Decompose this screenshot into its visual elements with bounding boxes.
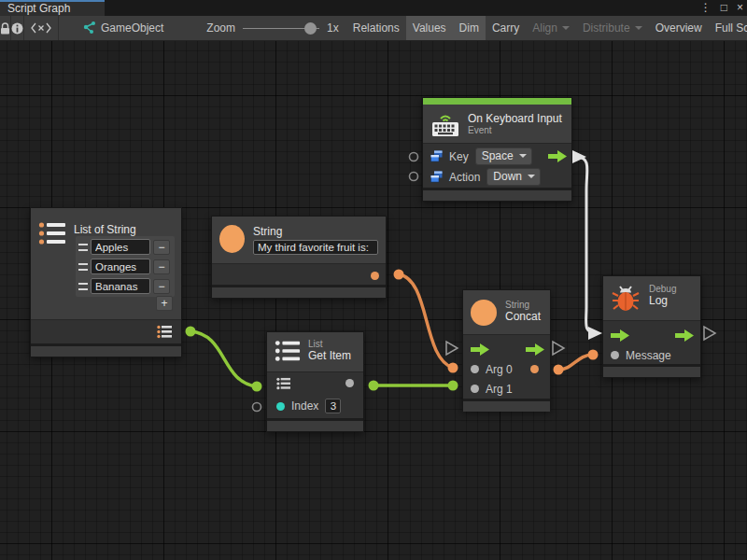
- key-value-icon: [430, 150, 443, 162]
- port-concat-flow-in[interactable]: [446, 342, 458, 355]
- port-flow-in-log[interactable]: [588, 327, 602, 340]
- zoom-slider[interactable]: [243, 22, 319, 35]
- port-list-output[interactable]: [186, 327, 196, 337]
- index-label: Index: [291, 399, 318, 413]
- node-list-of-string[interactable]: List of String − −: [30, 207, 182, 357]
- gameobject-label: GameObject: [101, 21, 163, 35]
- integer-type-dot[interactable]: [276, 402, 285, 411]
- port-keyboard-action-input[interactable]: [410, 173, 418, 181]
- info-icon: [11, 22, 23, 35]
- drag-handle-icon[interactable]: [78, 263, 88, 271]
- overview-label: Overview: [655, 21, 702, 35]
- flow-input-arrow-icon[interactable]: [611, 329, 629, 342]
- node-string-literal[interactable]: String: [211, 216, 387, 299]
- node-string-concat[interactable]: String Concat Arg 0: [462, 289, 551, 411]
- maximize-icon[interactable]: □: [721, 0, 727, 16]
- flow-row: [603, 326, 700, 345]
- flow-input-arrow-icon[interactable]: [471, 343, 489, 356]
- arg1-row: Arg 1: [463, 379, 550, 399]
- port-log-flow-out[interactable]: [704, 327, 715, 340]
- node-footer: [463, 401, 550, 412]
- port-concat-flow-out[interactable]: [553, 342, 564, 355]
- wire-string-to-concat[interactable]: [399, 274, 453, 368]
- port-concat-arg1-input[interactable]: [448, 381, 458, 391]
- remove-item-button[interactable]: −: [153, 259, 170, 274]
- port-keyboard-key-input[interactable]: [410, 153, 418, 161]
- value-input-dot[interactable]: [471, 365, 479, 373]
- node-title: Get Item: [308, 349, 351, 362]
- string-type-icon: [219, 225, 245, 253]
- distribute-button[interactable]: Distribute: [576, 16, 649, 40]
- menu-icon[interactable]: ⋮: [700, 0, 712, 16]
- node-footer: [31, 346, 181, 357]
- graph-canvas[interactable]: On Keyboard Input Event Key Space: [0, 41, 747, 560]
- result-output-dot[interactable]: [530, 365, 539, 373]
- chevron-down-icon: [519, 154, 527, 158]
- remove-item-button[interactable]: −: [153, 279, 170, 294]
- drag-handle-icon[interactable]: [78, 283, 88, 290]
- list-item-row: −: [78, 278, 172, 294]
- info-button[interactable]: [11, 16, 24, 40]
- wire-flow-keyboard-to-log[interactable]: [578, 157, 598, 333]
- port-getitem-list-input[interactable]: [252, 382, 262, 392]
- tab-script-graph[interactable]: Script Graph: [0, 0, 105, 16]
- flow-output-arrow-icon[interactable]: [526, 343, 544, 356]
- port-string-output[interactable]: [394, 270, 404, 280]
- list-output-icon[interactable]: [157, 325, 172, 339]
- port-concat-arg0-input[interactable]: [448, 363, 458, 373]
- keyboard-icon: [430, 112, 460, 137]
- zoom-control: Zoom 1x: [173, 16, 345, 40]
- drag-handle-icon[interactable]: [78, 244, 88, 251]
- action-dropdown[interactable]: Down: [486, 168, 541, 186]
- flow-output-arrow-icon[interactable]: [675, 329, 694, 342]
- port-log-message-input[interactable]: [588, 350, 599, 360]
- action-label: Action: [449, 171, 480, 184]
- string-value-field[interactable]: [253, 240, 378, 255]
- node-title: On Keyboard Input: [468, 112, 562, 125]
- port-flow-out-keyboard[interactable]: [572, 150, 586, 163]
- value-input-dot[interactable]: [471, 385, 479, 393]
- message-input-dot[interactable]: [611, 351, 619, 359]
- remove-item-button[interactable]: −: [153, 240, 170, 255]
- port-getitem-index-input[interactable]: [253, 403, 261, 412]
- node-title: String: [253, 225, 378, 238]
- string-output-dot[interactable]: [371, 272, 379, 280]
- dim-label: Dim: [459, 21, 479, 35]
- overview-button[interactable]: Overview: [649, 16, 709, 40]
- add-item-button[interactable]: +: [156, 296, 173, 311]
- node-on-keyboard-input[interactable]: On Keyboard Input Event Key Space: [422, 97, 572, 202]
- wire-list-to-getitem[interactable]: [190, 331, 257, 386]
- zoom-slider-knob[interactable]: [304, 22, 317, 35]
- script-graph-window: Script Graph ⋮ □ ×: [0, 0, 747, 560]
- dim-button[interactable]: Dim: [453, 16, 486, 40]
- flow-output-arrow-icon[interactable]: [548, 150, 567, 162]
- list-item-field[interactable]: [91, 239, 150, 255]
- list-item-field[interactable]: [91, 259, 150, 274]
- wire-concat-to-log[interactable]: [558, 355, 593, 370]
- close-icon[interactable]: ×: [737, 0, 743, 16]
- fullscreen-button[interactable]: Full Screen: [709, 16, 747, 40]
- list-item-row: −: [78, 259, 172, 274]
- code-view-button[interactable]: [24, 16, 59, 40]
- chevron-down-icon: [562, 26, 570, 30]
- port-getitem-output[interactable]: [369, 381, 379, 391]
- item-output-dot[interactable]: [345, 379, 354, 387]
- list-port-icon[interactable]: [276, 377, 290, 390]
- key-dropdown[interactable]: Space: [475, 147, 532, 165]
- node-get-item[interactable]: List Get Item: [266, 331, 364, 432]
- values-button[interactable]: Values: [406, 16, 453, 40]
- list-icon: [275, 339, 301, 363]
- node-debug-log[interactable]: Debug Log Message: [602, 275, 701, 378]
- align-button[interactable]: Align: [526, 16, 576, 40]
- list-item-field[interactable]: [91, 278, 150, 294]
- node-footer: [423, 190, 571, 201]
- key-port-row: Key Space: [423, 147, 571, 166]
- lock-button[interactable]: [0, 16, 11, 40]
- port-concat-output[interactable]: [554, 365, 564, 375]
- graph-target[interactable]: GameObject: [59, 16, 173, 40]
- index-field[interactable]: [325, 399, 341, 413]
- carry-label: Carry: [492, 21, 519, 35]
- carry-button[interactable]: Carry: [486, 16, 526, 40]
- relations-label: Relations: [353, 21, 400, 35]
- relations-button[interactable]: Relations: [346, 16, 406, 40]
